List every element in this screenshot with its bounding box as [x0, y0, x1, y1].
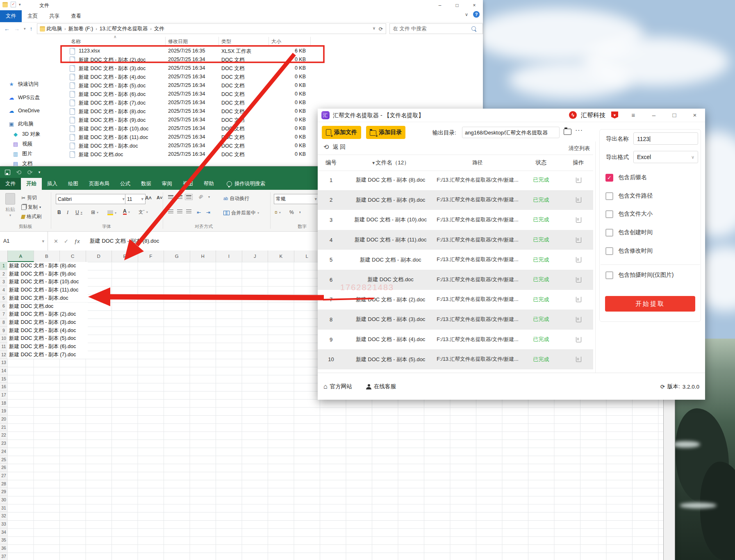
row-header-24[interactable]: 24: [0, 448, 7, 456]
address-dropdown-icon[interactable]: ∨: [373, 26, 375, 32]
column-header-D[interactable]: D: [86, 250, 112, 262]
row-header-2[interactable]: 2: [0, 270, 7, 278]
percent-style-button[interactable]: %: [289, 209, 294, 215]
file-name[interactable]: 新建 DOC 文档 - 副本 (3).doc: [79, 65, 146, 72]
file-row[interactable]: 新建 DOC 文档 - 副本 (2).doc2025/7/25 16:34DOC…: [0, 55, 483, 64]
column-header-J[interactable]: J: [242, 250, 269, 262]
table-row[interactable]: 8新建 DOC 文档 - 副本 (3).docF:/13.汇帮文件名提取器/文件…: [318, 310, 593, 330]
cut-button[interactable]: ✂剪切: [21, 194, 37, 201]
explorer-tab-共享[interactable]: 共享: [43, 10, 65, 22]
cell-A2[interactable]: 新建 DOC 文档 - 副本 (9).doc: [7, 270, 88, 278]
excel-tab-数据[interactable]: 数据: [136, 178, 157, 190]
row-header-14[interactable]: 14: [0, 367, 7, 375]
vip-badge-icon[interactable]: ♥: [611, 112, 618, 118]
refresh-icon[interactable]: ⟳: [379, 26, 383, 32]
copy-button[interactable]: 复制 ▾: [21, 204, 41, 211]
underline-button[interactable]: U ▾: [75, 209, 82, 215]
search-input[interactable]: 在 文件 中搜索: [389, 23, 483, 34]
format-painter-button[interactable]: 格式刷: [21, 213, 41, 220]
orientation-button[interactable]: ab: [198, 193, 204, 200]
column-header-K[interactable]: K: [268, 250, 294, 262]
increase-indent-button[interactable]: ⇥: [206, 209, 210, 215]
trash-icon[interactable]: [576, 317, 581, 322]
column-header-type[interactable]: 类型: [221, 38, 231, 45]
excel-tab-绘图[interactable]: 绘图: [63, 178, 84, 190]
checkbox-icon[interactable]: [605, 192, 613, 200]
number-format-combobox[interactable]: 常规▾: [274, 194, 319, 204]
sort-descending-icon[interactable]: ▼: [371, 161, 375, 165]
comma-style-button[interactable]: ,: [299, 208, 300, 214]
excel-tab-公式[interactable]: 公式: [115, 178, 136, 190]
header-number[interactable]: 编号: [318, 159, 344, 166]
row-header-17[interactable]: 17: [0, 391, 7, 399]
row-header-5[interactable]: 5: [0, 294, 7, 303]
add-file-button[interactable]: 添加文件: [322, 126, 361, 139]
column-header-G[interactable]: G: [164, 250, 190, 262]
table-row[interactable]: 4新建 DOC 文档 - 副本 (11).docF:/13.汇帮文件名提取器/文…: [318, 230, 593, 250]
row-header-10[interactable]: 10: [0, 335, 7, 343]
help-icon[interactable]: ?: [473, 11, 480, 18]
breadcrumb-segment[interactable]: 新加卷 (F:): [68, 25, 93, 32]
back-icon[interactable]: ←: [4, 25, 10, 32]
row-header-11[interactable]: 11: [0, 343, 7, 351]
file-row[interactable]: 新建 DOC 文档 - 副本 (7).doc2025/7/25 16:34DOC…: [0, 98, 483, 107]
shrink-font-button[interactable]: A˅: [157, 195, 162, 200]
update-icon[interactable]: ⟳: [660, 383, 665, 390]
table-row[interactable]: 10新建 DOC 文档 - 副本 (5).docF:/13.汇帮文件名提取器/文…: [318, 349, 593, 369]
checkbox-icon[interactable]: [605, 229, 613, 237]
column-header-size[interactable]: 大小: [271, 38, 281, 45]
file-name[interactable]: 新建 DOC 文档 - 副本 (11).doc: [79, 134, 148, 141]
excel-tab-帮助[interactable]: 帮助: [198, 178, 219, 190]
align-left-button[interactable]: [168, 209, 173, 213]
online-support-link[interactable]: 在线客服: [366, 383, 396, 390]
excel-tab-视图[interactable]: 视图: [177, 178, 198, 190]
excel-tab-页面布局[interactable]: 页面布局: [84, 178, 115, 190]
file-name[interactable]: 1123.xlsx: [79, 48, 100, 54]
sidebar-item-快速访问[interactable]: ★快速访问: [8, 80, 39, 89]
cell-A8[interactable]: 新建 DOC 文档 - 副本 (3).doc: [7, 319, 88, 327]
file-row[interactable]: 新建 DOC 文档 - 副本 (3).doc2025/7/25 16:34DOC…: [0, 64, 483, 73]
cell-A4[interactable]: 新建 DOC 文档 - 副本 (11).doc: [7, 286, 88, 294]
row-header-1[interactable]: 1: [0, 262, 7, 270]
row-header-33[interactable]: 33: [0, 520, 7, 528]
formula-text[interactable]: 新建 DOC 文档 - 副本 (8).doc: [86, 237, 159, 245]
row-header-3[interactable]: 3: [0, 278, 7, 286]
row-header-36[interactable]: 36: [0, 544, 7, 553]
cancel-icon[interactable]: ✕: [54, 238, 58, 244]
sidebar-item-WPS云盘[interactable]: ☁WPS云盘: [8, 93, 40, 102]
breadcrumb-segment[interactable]: 13.汇帮文件名提取器: [100, 25, 148, 32]
bold-button[interactable]: B: [57, 209, 61, 215]
sidebar-item-此电脑[interactable]: ▣此电脑: [8, 119, 34, 128]
header-path[interactable]: 路径: [437, 159, 519, 166]
font-name-combobox[interactable]: Calibri▾: [56, 194, 127, 204]
sidebar-item-视频[interactable]: ▤视频: [12, 139, 32, 148]
file-row[interactable]: 新建 DOC 文档 - 副本 (5).doc2025/7/25 16:34DOC…: [0, 81, 483, 90]
phonetic-button[interactable]: 文ˇ ▾: [139, 209, 148, 215]
row-header-12[interactable]: 12: [0, 351, 7, 359]
table-row[interactable]: 5新建 DOC 文档 - 副本.docF:/13.汇帮文件名提取器/文件/新建.…: [318, 250, 593, 270]
official-site-link[interactable]: ⌂ 官方网站: [323, 383, 352, 390]
sidebar-item-图片[interactable]: ▥图片: [12, 149, 32, 158]
sidebar-item-3D 对象[interactable]: ◆3D 对象: [12, 130, 40, 139]
header-filename[interactable]: ▼文件名（12）: [344, 159, 437, 166]
row-header-18[interactable]: 18: [0, 399, 7, 407]
cell-A11[interactable]: 新建 DOC 文档 - 副本 (6).doc: [7, 343, 88, 351]
checkbox-icon[interactable]: [605, 271, 613, 279]
name-box[interactable]: A1▾: [0, 232, 48, 250]
enter-icon[interactable]: ✓: [64, 238, 68, 244]
tell-me-search[interactable]: 操作说明搜索: [227, 178, 265, 190]
file-name[interactable]: 新建 DOC 文档 - 副本 (9).doc: [79, 117, 146, 124]
align-center-button[interactable]: [177, 209, 182, 213]
row-header-37[interactable]: 37: [0, 553, 7, 560]
option-包含拍摄时间(仅图片)[interactable]: 包含拍摄时间(仅图片): [605, 270, 674, 280]
cell-A9[interactable]: 新建 DOC 文档 - 副本 (4).doc: [7, 327, 88, 335]
sidebar-item-OneDrive[interactable]: ☁OneDrive: [8, 106, 40, 115]
row-header-7[interactable]: 7: [0, 310, 7, 319]
checkbox-checked-icon[interactable]: ✓: [605, 174, 613, 182]
column-header-name[interactable]: 名称: [71, 38, 81, 45]
excel-tab-审阅[interactable]: 审阅: [157, 178, 177, 190]
header-operation[interactable]: 操作: [564, 159, 593, 166]
table-row[interactable]: 9新建 DOC 文档 - 副本 (4).docF:/13.汇帮文件名提取器/文件…: [318, 330, 593, 350]
align-middle-button[interactable]: [177, 195, 182, 199]
export-format-select[interactable]: Excel∨: [633, 151, 698, 163]
